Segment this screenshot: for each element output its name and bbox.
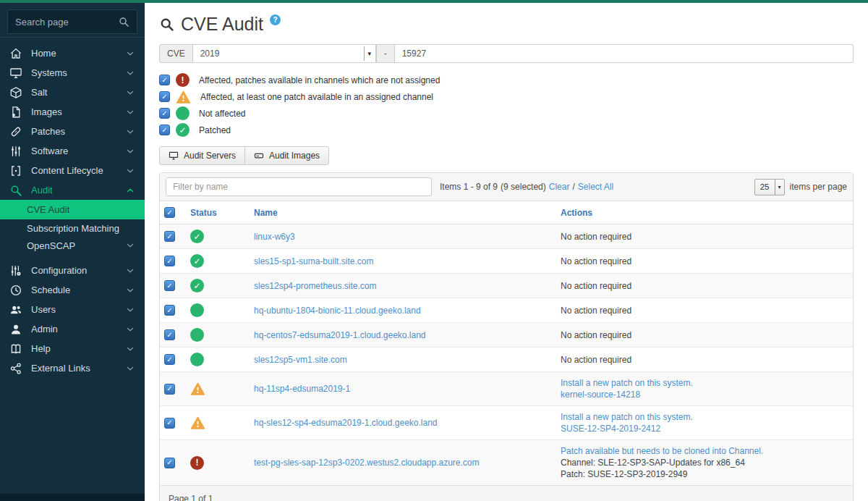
audit-servers-button[interactable]: Audit Servers [159, 146, 245, 165]
chevron-down-icon [125, 363, 135, 374]
desktop-icon [169, 151, 179, 161]
sidebar-item-patches[interactable]: Patches [0, 122, 145, 141]
row-checkbox[interactable]: ✓ [164, 458, 175, 468]
row-checkbox[interactable]: ✓ [164, 354, 175, 365]
table-row: ✓ hq-11sp4-edsuma2019-1 Install a new pa… [160, 372, 853, 406]
check-icon: ✓ [161, 76, 167, 84]
row-checkbox[interactable]: ✓ [164, 329, 175, 340]
sidebar-item-audit[interactable]: Audit [0, 180, 145, 200]
clear-selection-link[interactable]: Clear [549, 182, 570, 192]
clone-patch-link[interactable]: Patch available but needs to be cloned i… [561, 445, 848, 457]
row-checkbox[interactable]: ✓ [164, 305, 175, 316]
column-header-name[interactable]: Name [250, 201, 556, 224]
cve-year-select[interactable]: 2019 ▾ [193, 44, 376, 63]
filter-input[interactable] [166, 177, 432, 196]
column-header-status[interactable]: Status [186, 201, 250, 224]
action-text: No action required [561, 306, 631, 316]
legend-row-patched: ✓ ✓ Patched [159, 122, 854, 138]
legend-row-not-affected: ✓ Not affected [159, 105, 854, 122]
sidebar-item-label: Users [31, 304, 125, 315]
sidebar-item-label: Subscription Matching [27, 223, 119, 234]
sidebar-item-images[interactable]: Images [0, 102, 145, 122]
system-link[interactable]: linux-w6y3 [254, 232, 295, 242]
cve-number-input[interactable] [395, 44, 854, 63]
legend-label: Not affected [199, 109, 246, 119]
caret-down-icon: ▾ [364, 46, 375, 61]
check-circle-icon: ✓ [190, 279, 204, 292]
table-toolbar: Items 1 - 9 of 9 (9 selected) Clear / Se… [160, 173, 853, 201]
patch-link[interactable]: SUSE-12-SP4-2019-2412 [561, 423, 848, 434]
sidebar-item-openscap[interactable]: OpenSCAP [0, 237, 145, 254]
select-all-checkbox[interactable]: ✓ [164, 207, 175, 218]
sidebar-item-schedule[interactable]: Schedule [0, 280, 145, 300]
chevron-down-icon [125, 88, 135, 98]
action-text: No action required [561, 232, 631, 242]
install-patch-link[interactable]: Install a new patch on this system. [561, 411, 848, 423]
sidebar-item-label: CVE Audit [27, 204, 69, 215]
legend-checkbox-affected-unassigned[interactable]: ✓ [159, 75, 170, 85]
system-link[interactable]: hq-sles12-sp4-edsuma2019-1.cloud.geeko.l… [254, 418, 438, 428]
sidebar-item-users[interactable]: Users [0, 300, 145, 319]
sidebar-item-label: Home [31, 48, 125, 59]
check-icon: ✓ [161, 109, 167, 117]
system-link[interactable]: sles12sp5-vm1.site.com [254, 355, 347, 365]
column-header-actions[interactable]: Actions [556, 201, 853, 224]
page-size-control: 25 ▾ items per page [754, 179, 847, 195]
circle-icon [190, 353, 204, 366]
system-link[interactable]: hq-11sp4-edsuma2019-1 [254, 384, 350, 394]
search-icon[interactable] [118, 16, 129, 28]
sidebar-item-label: Content Lifecycle [31, 165, 125, 176]
sidebar-item-software[interactable]: Software [0, 141, 145, 161]
bandage-icon [9, 125, 22, 138]
sidebar-item-salt[interactable]: Salt [0, 83, 145, 102]
sidebar-item-systems[interactable]: Systems [0, 63, 145, 83]
sidebar-item-home[interactable]: Home [0, 43, 145, 63]
sidebar-item-help[interactable]: Help [0, 339, 145, 358]
row-checkbox[interactable]: ✓ [164, 231, 175, 242]
items-count: Items 1 - 9 of 9 [440, 182, 498, 192]
help-icon[interactable]: ? [270, 14, 281, 25]
chevron-down-icon [125, 166, 135, 176]
sidebar-search-input[interactable] [15, 17, 118, 28]
sidebar-item-content-lifecycle[interactable]: Content Lifecycle [0, 161, 145, 180]
system-link[interactable]: hq-centos7-edsuma2019-1.cloud.geeko.land [254, 330, 426, 340]
chevron-down-icon [125, 305, 135, 315]
legend-checkbox-affected-assigned[interactable]: ✓ [159, 91, 170, 102]
install-patch-link[interactable]: Install a new patch on this system. [561, 377, 848, 389]
select-all-link[interactable]: Select All [578, 182, 613, 192]
sidebar-item-admin[interactable]: Admin [0, 319, 145, 339]
table-row: ✓ ✓ sles12sp4-prometheus.site.com No act… [160, 274, 853, 298]
sidebar-item-cve-audit[interactable]: CVE Audit [0, 200, 145, 219]
row-checkbox[interactable]: ✓ [164, 418, 175, 429]
table-header-row: ✓ Status Name Actions [160, 201, 853, 224]
caret-down-icon: ▾ [775, 180, 784, 195]
page-size-value: 25 [755, 180, 775, 195]
chevron-up-icon [125, 185, 135, 195]
row-checkbox[interactable]: ✓ [164, 280, 175, 291]
sidebar-item-label: Admin [31, 324, 125, 334]
system-link[interactable]: sles15-sp1-suma-built.site.com [254, 256, 373, 266]
sidebar-item-label: Images [31, 106, 125, 117]
action-text: No action required [561, 256, 631, 266]
check-icon: ✓ [166, 457, 172, 468]
check-icon: ✓ [166, 354, 172, 366]
legend-checkbox-not-affected[interactable]: ✓ [159, 108, 170, 119]
chevron-down-icon [125, 146, 135, 156]
sidebar-item-configuration[interactable]: Configuration [0, 261, 145, 280]
system-link[interactable]: test-pg-sles-sap-12sp3-0202.westus2.clou… [254, 458, 480, 468]
row-checkbox[interactable]: ✓ [164, 256, 175, 266]
sidebar-item-subscription-matching[interactable]: Subscription Matching [0, 219, 145, 237]
legend-row-affected-assigned: ✓ Affected, at least one patch available… [159, 88, 854, 105]
patch-link[interactable]: kernel-source-14218 [561, 389, 848, 400]
cve-separator-addon: - [376, 44, 395, 63]
row-checkbox[interactable]: ✓ [164, 384, 175, 395]
page-size-select[interactable]: 25 ▾ [754, 179, 785, 195]
audit-images-button[interactable]: Audit Images [244, 146, 329, 165]
legend-checkbox-patched[interactable]: ✓ [159, 125, 170, 135]
system-link[interactable]: hq-ubuntu-1804-bionic-11.cloud.geeko.lan… [254, 306, 421, 316]
system-link[interactable]: sles12sp4-prometheus.site.com [254, 281, 376, 291]
sidebar-item-external-links[interactable]: External Links [0, 358, 145, 378]
clock-icon [9, 284, 22, 297]
check-icon: ✓ [166, 305, 172, 316]
circle-icon [190, 303, 204, 317]
